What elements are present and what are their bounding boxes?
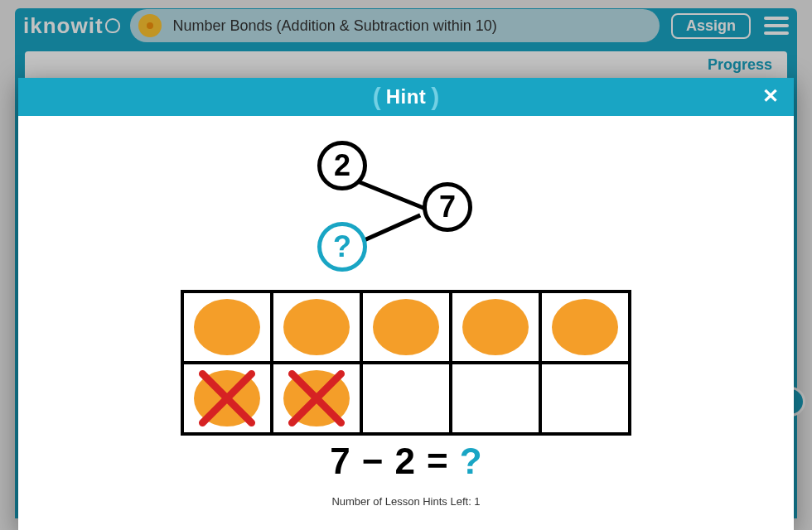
bond-node-part-a: 2: [317, 141, 367, 190]
number-bond-diagram: 2 7 ?: [294, 131, 518, 280]
bond-node-whole: 7: [423, 182, 472, 232]
ten-frame-cell: [363, 293, 452, 364]
modal-header: ( Hint ) ✕: [18, 78, 794, 116]
equation-a: 7: [330, 441, 350, 482]
hint-modal: ( Hint ) ✕ 2 7 ? 7 − 2 = ?: [18, 78, 794, 530]
counter-dot-icon: [373, 299, 439, 355]
ten-frame-cell: [184, 364, 273, 436]
equation-op: −: [362, 441, 384, 482]
ten-frame-cell: [273, 364, 363, 436]
close-icon[interactable]: ✕: [762, 84, 779, 108]
cross-out-icon: [196, 368, 258, 429]
bond-node-part-b: ?: [317, 222, 367, 272]
cross-out-icon: [286, 368, 347, 429]
equation-b: 2: [395, 441, 415, 482]
bond-whole-value: 7: [439, 190, 456, 224]
counter-dot-icon: [283, 299, 350, 355]
hints-remaining: Number of Lesson Hints Left: 1: [331, 495, 480, 508]
paren-left-icon: (: [368, 83, 386, 111]
bond-part-a-value: 2: [334, 148, 350, 183]
modal-body: 2 7 ? 7 − 2 = ? Number of Lesson Hints L…: [18, 116, 794, 530]
ten-frame-cell: [452, 293, 542, 364]
ten-frame-cell: [184, 293, 273, 364]
ten-frame-cell: [542, 293, 631, 364]
equation-eq: =: [427, 441, 448, 482]
hint-equation: 7 − 2 = ?: [330, 441, 481, 482]
ten-frame-cell: [452, 364, 542, 436]
equation-answer: ?: [460, 441, 482, 482]
bond-part-b-value: ?: [333, 229, 351, 264]
counter-dot-icon: [552, 299, 618, 355]
ten-frame-cell: [363, 364, 452, 436]
bond-edge-left: [350, 176, 427, 210]
modal-title: Hint: [386, 85, 427, 108]
ten-frame-cell: [273, 293, 363, 364]
ten-frame: [181, 290, 631, 436]
ten-frame-cell: [542, 364, 631, 436]
paren-right-icon: ): [426, 83, 444, 111]
counter-dot-icon: [462, 299, 529, 355]
counter-dot-icon: [194, 299, 260, 355]
